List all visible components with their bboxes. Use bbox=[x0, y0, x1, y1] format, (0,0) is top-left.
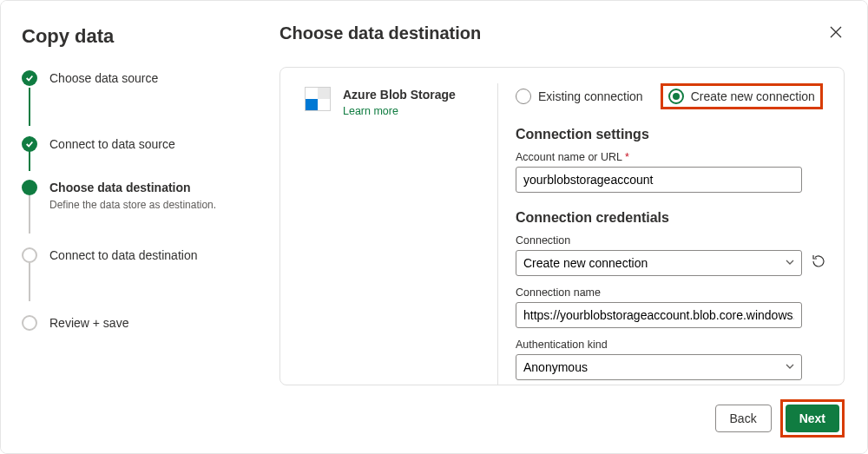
account-field: Account name or URL * bbox=[516, 151, 802, 193]
step-review-save[interactable]: Review + save bbox=[22, 315, 236, 353]
refresh-icon bbox=[811, 253, 826, 269]
step-label: Choose data source bbox=[49, 71, 158, 85]
connection-label: Connection bbox=[516, 234, 826, 247]
close-icon bbox=[829, 25, 843, 39]
step-label: Connect to data destination bbox=[49, 248, 197, 262]
step-label: Choose data destination bbox=[49, 181, 191, 194]
checkmark-icon bbox=[22, 136, 37, 152]
connection-name-label: Connection name bbox=[516, 286, 802, 299]
step-connect-source[interactable]: Connect to data source bbox=[22, 109, 236, 152]
radio-label: Existing connection bbox=[538, 89, 643, 103]
azure-blob-storage-icon bbox=[305, 87, 331, 111]
connection-name-field: Connection name bbox=[516, 286, 802, 328]
step-choose-source[interactable]: Choose data source bbox=[22, 70, 236, 109]
pending-step-icon bbox=[22, 315, 37, 331]
connection-settings-heading: Connection settings bbox=[516, 127, 826, 142]
next-button[interactable]: Next bbox=[786, 405, 839, 432]
back-button[interactable]: Back bbox=[715, 405, 772, 432]
checkmark-icon bbox=[22, 70, 37, 86]
radio-unchecked-icon bbox=[516, 89, 531, 104]
radio-checked-icon bbox=[668, 89, 684, 104]
highlight-annotation: Create new connection bbox=[661, 83, 823, 109]
highlight-annotation: Next bbox=[780, 399, 845, 438]
wizard-sidebar: Copy data Choose data source Connect to … bbox=[1, 1, 257, 453]
connection-mode-radios: Existing connection Create new connectio… bbox=[516, 83, 826, 109]
pending-step-icon bbox=[22, 247, 37, 263]
learn-more-link[interactable]: Learn more bbox=[343, 105, 398, 117]
destination-card: Azure Blob Storage Learn more Existing c… bbox=[279, 67, 845, 385]
auth-select[interactable] bbox=[516, 354, 802, 380]
account-input[interactable] bbox=[516, 167, 802, 193]
chevron-down-icon bbox=[785, 359, 795, 375]
main-header: Choose data destination bbox=[279, 23, 845, 44]
connection-select[interactable] bbox=[516, 250, 802, 276]
step-description: Define the data store as destination. bbox=[49, 199, 216, 211]
active-step-icon bbox=[22, 180, 37, 195]
step-label: Connect to data source bbox=[49, 137, 175, 151]
dialog-root: Copy data Choose data source Connect to … bbox=[0, 0, 868, 454]
radio-label: Create new connection bbox=[691, 89, 815, 103]
connection-credentials-heading: Connection credentials bbox=[516, 210, 826, 226]
radio-create-new-connection[interactable]: Create new connection bbox=[668, 89, 815, 104]
wizard-title: Copy data bbox=[22, 25, 236, 48]
step-connect-destination[interactable]: Connect to data destination bbox=[22, 247, 236, 286]
auth-field: Authentication kind bbox=[516, 339, 826, 380]
footer: Back Next bbox=[279, 385, 845, 438]
close-button[interactable] bbox=[827, 23, 845, 44]
connection-name-input[interactable] bbox=[516, 302, 802, 328]
service-summary: Azure Blob Storage Learn more bbox=[280, 68, 497, 385]
refresh-button[interactable] bbox=[811, 253, 826, 273]
service-name: Azure Blob Storage bbox=[343, 87, 456, 102]
auth-label: Authentication kind bbox=[516, 339, 826, 351]
account-label: Account name or URL * bbox=[516, 151, 802, 163]
step-list: Choose data source Connect to data sourc… bbox=[22, 70, 236, 353]
radio-existing-connection[interactable]: Existing connection bbox=[516, 89, 643, 104]
form-area: Existing connection Create new connectio… bbox=[498, 68, 844, 385]
main-panel: Choose data destination Azure Blob Stora… bbox=[257, 1, 867, 453]
connection-field: Connection bbox=[516, 234, 826, 276]
page-title: Choose data destination bbox=[279, 23, 481, 43]
step-label: Review + save bbox=[49, 316, 128, 330]
step-choose-destination[interactable]: Choose data destination Define the data … bbox=[22, 180, 236, 218]
